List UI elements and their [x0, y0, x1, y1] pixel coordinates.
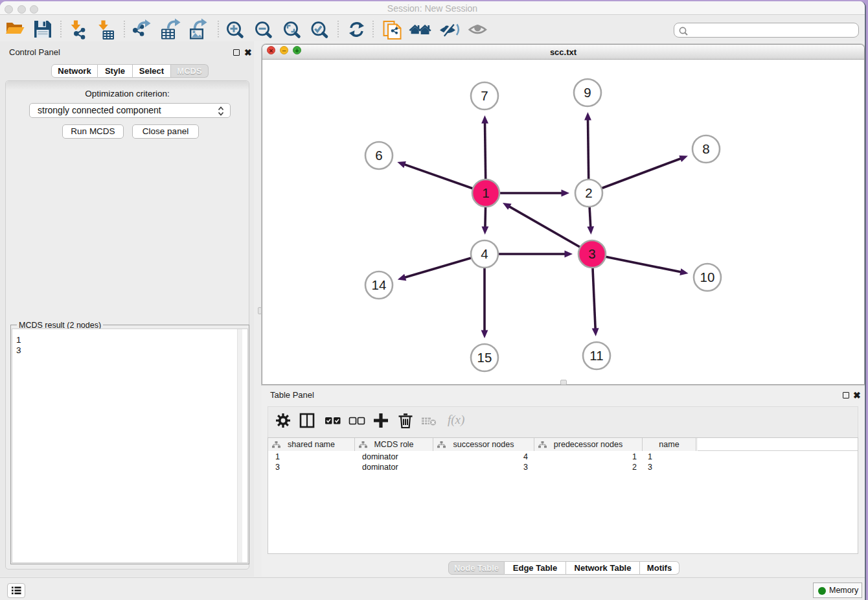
svg-text:2: 2	[585, 185, 592, 200]
svg-text:9: 9	[584, 85, 591, 100]
svg-text:15: 15	[477, 350, 492, 365]
svg-text:6: 6	[375, 148, 382, 163]
svg-text:10: 10	[700, 270, 715, 284]
svg-text:11: 11	[589, 348, 603, 363]
svg-text:8: 8	[702, 141, 709, 156]
svg-text:3: 3	[588, 246, 595, 261]
svg-text:14: 14	[372, 277, 387, 292]
svg-text:7: 7	[481, 88, 488, 103]
svg-text:1: 1	[482, 185, 489, 200]
svg-text:4: 4	[481, 246, 488, 261]
